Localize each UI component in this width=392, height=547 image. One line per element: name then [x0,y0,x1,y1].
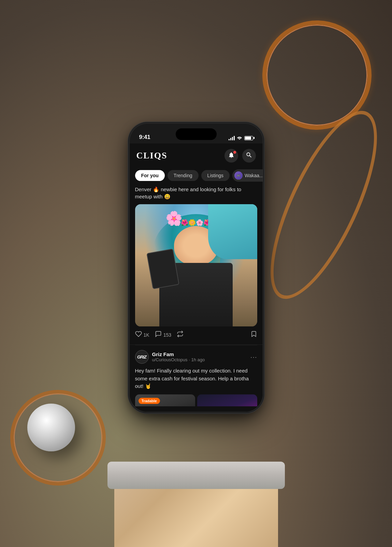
like-button[interactable]: 1K [135,331,149,339]
festival-photo: 🌸🌺🌼🌸🌺🌼 [135,204,257,326]
repost-icon [177,331,184,339]
post-text: Denver 🔥 newbie here and looking for fol… [135,186,257,200]
heart-icon [135,331,142,339]
search-icon [246,152,252,160]
tab-listings[interactable]: Listings [201,170,230,181]
grid-image-2: 🎽 [197,394,257,407]
post-item: Denver 🔥 newbie here and looking for fol… [130,186,263,345]
feed-scroll[interactable]: Denver 🔥 newbie here and looking for fol… [130,186,263,406]
post-actions: 1K 153 [135,331,257,339]
tab-wakaa[interactable]: 🎮 Wakaa... [232,169,262,182]
post-image: 🌸🌺🌼🌸🌺🌼 [135,204,257,326]
post-username: u/CuriousOctopus [152,357,188,362]
comment-count: 153 [163,332,171,338]
dynamic-island [176,128,217,140]
post-avatar: GRiZ [135,350,149,364]
post-time: 1h ago [191,357,205,362]
post-header: GRiZ Griz Fam u/CuriousOctopus · 1h ago … [130,345,263,367]
header-actions [224,149,256,163]
comment-icon [155,331,162,339]
post-user-time: u/CuriousOctopus · 1h ago [152,357,247,362]
stone-base [107,462,285,489]
signal-icon [229,136,235,140]
like-count: 1K [144,332,149,338]
phone-device: 9:41 [130,124,263,412]
post-community: Griz Fam [152,351,247,357]
app-logo: CLIQS [136,151,168,161]
grid-image-1: 👕 Tradable [135,394,195,407]
repost-button[interactable] [177,331,184,339]
bookmark-button[interactable] [250,331,257,339]
phone-frame: 9:41 [130,124,263,412]
post-images-grid: 👕 Tradable 🎽 [130,394,263,407]
app-header: CLIQS [130,143,263,167]
notification-dot [233,151,236,154]
status-time: 9:41 [139,134,150,141]
tab-for-you[interactable]: For you [135,170,165,181]
decorative-sphere [27,404,75,451]
status-icons [229,135,253,141]
post-menu-button[interactable]: ··· [250,353,257,361]
battery-icon [244,136,253,140]
app-content: CLIQS [130,143,263,412]
tab-wakaa-avatar: 🎮 [234,171,243,180]
post-body-text: Hey fam! Finally clearing out my collect… [130,367,263,394]
search-button[interactable] [242,149,256,163]
comment-button[interactable]: 153 [155,331,171,339]
navigation-tabs: For you Trending Listings 🎮 Wakaa... [130,167,263,186]
tradable-badge: Tradable [139,398,160,404]
post-meta: Griz Fam u/CuriousOctopus · 1h ago [152,351,247,362]
wifi-icon [237,135,242,141]
tab-trending[interactable]: Trending [168,170,199,181]
notification-button[interactable] [224,149,238,163]
